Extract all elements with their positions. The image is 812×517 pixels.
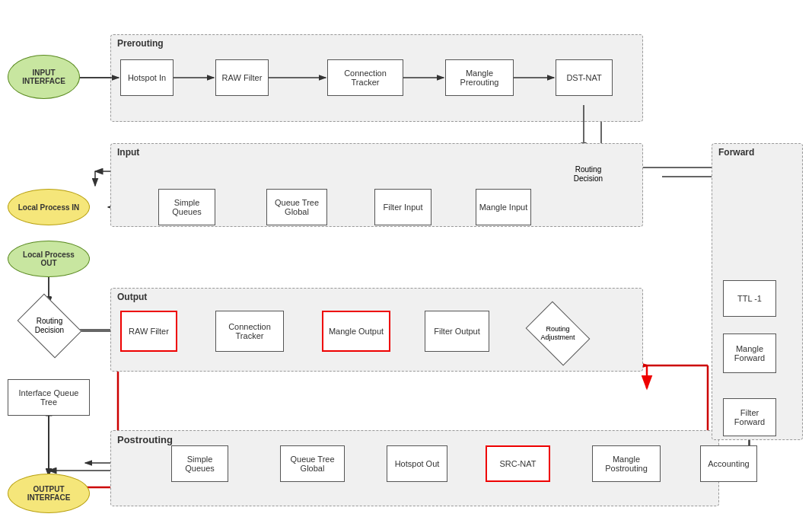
input-label: Input bbox=[117, 147, 139, 158]
raw-filter-pre-box: RAW Filter bbox=[215, 59, 269, 96]
mangle-prerouting-label: Mangle Prerouting bbox=[460, 69, 499, 87]
local-process-out-oval: Local Process OUT bbox=[8, 241, 90, 277]
mangle-output-box: Mangle Output bbox=[322, 311, 390, 352]
ttl-minus1-label: TTL -1 bbox=[737, 294, 762, 303]
ttl-minus1-box: TTL -1 bbox=[723, 280, 776, 317]
mangle-postrouting-label: Mangle Postrouting bbox=[605, 455, 648, 473]
mangle-forward-label: Mangle Forward bbox=[734, 344, 765, 362]
mangle-postrouting-box: Mangle Postrouting bbox=[592, 445, 661, 482]
queue-tree-global-in-box: Queue Tree Global bbox=[266, 189, 327, 225]
prerouting-label: Prerouting bbox=[117, 38, 164, 49]
routing-adjustment-diamond: RoutingAdjustment bbox=[524, 308, 592, 358]
hotspot-in-box: Hotspot In bbox=[120, 59, 174, 96]
simple-queues-post-box: Simple Queues bbox=[171, 445, 228, 482]
mangle-prerouting-box: Mangle Prerouting bbox=[445, 59, 514, 96]
connection-tracker-out-label: Connection Tracker bbox=[228, 322, 271, 340]
routing-adjustment-label: RoutingAdjustment bbox=[540, 325, 575, 342]
routing-decision-2-diamond: RoutingDecision bbox=[15, 301, 84, 350]
queue-tree-global-in-label: Queue Tree Global bbox=[275, 198, 319, 216]
src-nat-label: SRC-NAT bbox=[499, 459, 536, 468]
interface-queue-tree-box: Interface Queue Tree bbox=[8, 379, 90, 416]
simple-queues-in-box: Simple Queues bbox=[158, 189, 215, 225]
filter-forward-label: Filter Forward bbox=[734, 408, 765, 426]
input-interface-label: INPUT INTERFACE bbox=[22, 69, 65, 85]
connection-tracker-out-box: Connection Tracker bbox=[215, 311, 284, 352]
mangle-output-label: Mangle Output bbox=[329, 327, 384, 336]
local-process-in-label: Local Process IN bbox=[18, 203, 80, 212]
input-interface-oval: INPUT INTERFACE bbox=[8, 55, 80, 99]
output-label: Output bbox=[117, 292, 147, 302]
filter-forward-box: Filter Forward bbox=[723, 398, 776, 436]
dst-nat-box: DST-NAT bbox=[556, 59, 613, 96]
accounting-box: Accounting bbox=[700, 445, 757, 482]
connection-tracker-pre-box: Connection Tracker bbox=[327, 59, 403, 96]
hotspot-out-box: Hotspot Out bbox=[387, 445, 447, 482]
accounting-label: Accounting bbox=[708, 459, 749, 468]
forward-label: Forward bbox=[718, 147, 754, 158]
routing-decision-2-label: RoutingDecision bbox=[35, 317, 64, 335]
filter-output-box: Filter Output bbox=[425, 311, 489, 352]
src-nat-box: SRC-NAT bbox=[486, 445, 550, 482]
queue-tree-global-post-label: Queue Tree Global bbox=[290, 455, 334, 473]
filter-input-box: Filter Input bbox=[374, 189, 431, 225]
local-process-out-label: Local Process OUT bbox=[23, 251, 75, 267]
simple-queues-in-label: Simple Queues bbox=[161, 198, 213, 216]
local-process-in-oval: Local Process IN bbox=[8, 189, 90, 225]
diagram-container: Prerouting INPUT INTERFACE Hotspot In RA… bbox=[0, 0, 812, 517]
routing-decision-1-label: RoutingDecision bbox=[574, 165, 603, 184]
dst-nat-label: DST-NAT bbox=[566, 73, 601, 82]
output-interface-oval: OUTPUT INTERFACE bbox=[8, 474, 90, 513]
mangle-forward-box: Mangle Forward bbox=[723, 333, 776, 373]
filter-input-label: Filter Input bbox=[384, 203, 423, 212]
hotspot-in-label: Hotspot In bbox=[128, 73, 166, 82]
output-interface-label: OUTPUT INTERFACE bbox=[27, 485, 71, 502]
mangle-input-box: Mangle Input bbox=[476, 189, 531, 225]
hotspot-out-label: Hotspot Out bbox=[395, 459, 440, 468]
connection-tracker-pre-label: Connection Tracker bbox=[344, 69, 387, 87]
simple-queues-post-label: Simple Queues bbox=[174, 455, 226, 473]
interface-queue-tree-label: Interface Queue Tree bbox=[19, 388, 79, 407]
raw-filter-out-box: RAW Filter bbox=[120, 311, 177, 352]
filter-output-label: Filter Output bbox=[434, 327, 480, 336]
raw-filter-out-label: RAW Filter bbox=[129, 327, 169, 336]
mangle-input-label: Mangle Input bbox=[479, 203, 528, 212]
queue-tree-global-post-box: Queue Tree Global bbox=[280, 445, 345, 482]
postrouting-label: Postrouting bbox=[117, 434, 173, 445]
raw-filter-pre-label: RAW Filter bbox=[222, 73, 263, 82]
